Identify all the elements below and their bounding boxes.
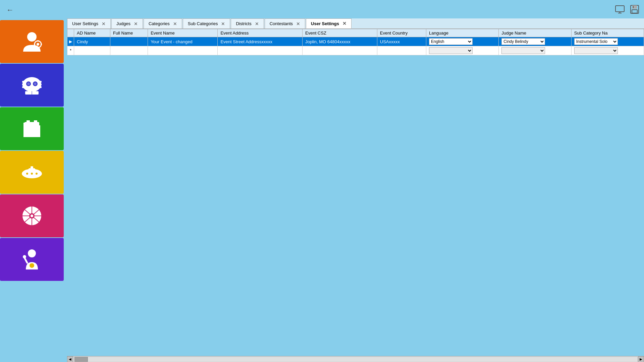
new-cell-event-name[interactable]: [148, 46, 218, 55]
new-cell-full-name[interactable]: [110, 46, 148, 55]
svg-point-48: [30, 263, 34, 268]
svg-point-44: [31, 215, 33, 217]
cell-event-csz[interactable]: Joplin, MO 64804xxxxx: [303, 37, 377, 46]
svg-point-22: [22, 86, 24, 88]
top-right-toolbar: [614, 3, 641, 15]
tab-districts[interactable]: Districts ✕: [231, 18, 264, 28]
language-select[interactable]: English Spanish French: [429, 38, 473, 45]
sidebar: [0, 0, 65, 362]
tab-close-contestants[interactable]: ✕: [296, 21, 300, 26]
monitor-icon[interactable]: [614, 3, 626, 15]
tab-judges[interactable]: Judges ✕: [111, 18, 143, 28]
judge-name-select[interactable]: Cindy Belindy: [501, 38, 545, 45]
svg-rect-33: [31, 166, 33, 170]
cell-event-country[interactable]: USAxxxxx: [377, 37, 426, 46]
cell-judge-name[interactable]: Cindy Belindy: [499, 37, 571, 46]
col-header-judge-name: Judge Name: [499, 29, 571, 37]
svg-point-24: [40, 83, 42, 85]
cell-ad-name[interactable]: Cindy: [74, 37, 110, 46]
new-cell-ad-name[interactable]: [74, 46, 110, 55]
svg-point-47: [23, 255, 26, 258]
svg-point-18: [34, 82, 37, 85]
new-cell-event-address[interactable]: [218, 46, 303, 55]
svg-point-23: [40, 81, 42, 83]
svg-point-36: [35, 172, 38, 175]
tab-close-user-settings-2[interactable]: ✕: [342, 21, 346, 26]
svg-point-45: [28, 249, 36, 257]
new-cell-sub-category[interactable]: [571, 46, 644, 55]
tab-close-districts[interactable]: ✕: [255, 21, 259, 26]
tab-sub-categories[interactable]: Sub Categories ✕: [183, 18, 230, 28]
sidebar-item-sub-categories[interactable]: [0, 151, 64, 194]
sidebar-item-user-settings[interactable]: [0, 20, 64, 63]
main-content: User Settings ✕ Judges ✕ Categories ✕ Su…: [67, 18, 644, 362]
sidebar-item-categories[interactable]: [0, 107, 64, 150]
cell-event-address[interactable]: Event Street Addressxxxxx: [218, 37, 303, 46]
svg-rect-5: [632, 10, 637, 13]
data-table: AD Name Full Name Event Name Event Addre…: [67, 29, 644, 55]
col-header-event-address: Event Address: [218, 29, 303, 37]
new-sub-category-select[interactable]: [574, 47, 618, 54]
new-cell-event-country[interactable]: [377, 46, 426, 55]
cell-language[interactable]: English Spanish French: [426, 37, 499, 46]
sub-category-select[interactable]: Instrumental Solo: [574, 38, 618, 45]
col-header-event-country: Event Country: [377, 29, 426, 37]
tab-categories[interactable]: Categories ✕: [144, 18, 182, 28]
cell-full-name[interactable]: [110, 37, 148, 46]
scroll-track[interactable]: [74, 357, 637, 362]
svg-rect-0: [615, 6, 624, 12]
new-language-select[interactable]: English: [429, 47, 473, 54]
sidebar-item-contestants[interactable]: [0, 238, 64, 281]
svg-point-20: [22, 81, 24, 83]
tab-bar: User Settings ✕ Judges ✕ Categories ✕ Su…: [67, 18, 644, 29]
sidebar-item-judges[interactable]: [0, 64, 64, 107]
svg-point-21: [22, 83, 24, 85]
col-header-ad-name: AD Name: [74, 29, 110, 37]
new-judge-select[interactable]: [501, 47, 545, 54]
col-header-full-name: Full Name: [110, 29, 148, 37]
tab-close-categories[interactable]: ✕: [173, 21, 177, 26]
svg-point-9: [37, 43, 39, 46]
tab-contestants[interactable]: Contestants ✕: [265, 18, 305, 28]
svg-rect-30: [34, 120, 37, 124]
scroll-thumb[interactable]: [74, 357, 88, 362]
svg-point-25: [40, 86, 42, 88]
row-indicator: ▶: [67, 37, 74, 46]
svg-point-34: [26, 172, 29, 175]
tab-close-user-settings-1[interactable]: ✕: [102, 21, 106, 26]
horizontal-scrollbar: ◀ ▶: [67, 356, 644, 362]
svg-point-35: [31, 172, 33, 175]
svg-point-17: [27, 82, 30, 85]
col-header-sub-category-name: Sub Category Na: [571, 29, 644, 37]
save-icon[interactable]: [629, 3, 641, 15]
table-row-new: * English: [67, 46, 644, 55]
table-row: ▶ Cindy Your Event - changed Event Stree…: [67, 37, 644, 46]
tab-close-judges[interactable]: ✕: [134, 21, 138, 26]
col-header-indicator: [67, 29, 74, 37]
cell-sub-category-name[interactable]: Instrumental Solo: [571, 37, 644, 46]
new-cell-judge-name[interactable]: [499, 46, 571, 55]
table-container: AD Name Full Name Event Name Event Addre…: [67, 29, 644, 356]
tab-user-settings-1[interactable]: User Settings ✕: [67, 18, 111, 28]
new-row-indicator: *: [67, 46, 74, 55]
scroll-left-button[interactable]: ◀: [67, 356, 73, 362]
new-cell-language[interactable]: English: [426, 46, 499, 55]
cell-event-name[interactable]: Your Event - changed: [148, 37, 218, 46]
tab-close-sub-categories[interactable]: ✕: [221, 21, 225, 26]
col-header-event-csz: Event CSZ: [303, 29, 377, 37]
col-header-event-name: Event Name: [148, 29, 218, 37]
tab-user-settings-2[interactable]: User Settings ✕: [306, 18, 352, 28]
new-cell-event-csz[interactable]: [303, 46, 377, 55]
col-header-language: Language: [426, 29, 499, 37]
svg-point-14: [22, 77, 41, 92]
sidebar-item-districts[interactable]: [0, 194, 64, 237]
svg-line-46: [24, 258, 27, 263]
scroll-right-button[interactable]: ▶: [638, 356, 644, 362]
svg-point-7: [27, 32, 37, 42]
